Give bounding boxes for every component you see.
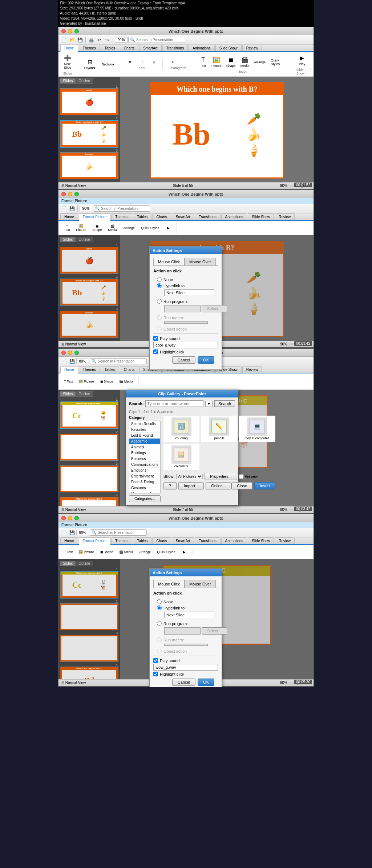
tab-themes-2[interactable]: Themes <box>111 213 132 220</box>
tab-charts-3[interactable]: Charts <box>120 366 138 373</box>
toolbar-icon-new-2[interactable]: 📄 <box>60 205 68 212</box>
tab-review-3[interactable]: Review <box>242 366 262 373</box>
quick-styles-btn[interactable]: Quick Styles <box>268 57 288 67</box>
toolbar-icon-print[interactable]: 🖨️ <box>88 36 95 44</box>
insert-btn[interactable]: Insert <box>254 482 275 489</box>
slide-thumb-bb[interactable]: Which one begins with B? Bb 🥕 🍌 🍦 <box>60 120 118 148</box>
properties-btn[interactable]: Properties... <box>205 473 237 480</box>
rb-picture-4[interactable]: 🖼️ Picture <box>76 549 97 555</box>
rb-text-3[interactable]: T Text <box>61 378 75 385</box>
tab-animations-4[interactable]: Animations <box>221 537 247 544</box>
dialog-tab-mouseover-4[interactable]: Mouse Over <box>185 580 216 588</box>
max-btn-3[interactable] <box>74 351 79 355</box>
main-slide-1[interactable]: Which one begins with B? Bb 🥕 🍌 🍦 <box>150 82 284 179</box>
toolbar-icon-new-4[interactable]: 📄 <box>60 529 68 536</box>
view-normal-4[interactable]: ⊞ Normal View <box>61 681 86 685</box>
sound-dropdown-4[interactable]: wow_g.wav <box>153 664 218 671</box>
show-select[interactable]: All Pictures <box>176 474 203 479</box>
rb-media-4[interactable]: 🎬 Media <box>117 549 136 555</box>
hyperlink-value-4[interactable]: Next Slide <box>164 612 214 618</box>
slide-thumb-dd[interactable]: Which one begins with D Dd <box>60 497 118 506</box>
import-btn[interactable]: Import... <box>178 482 204 489</box>
tab-charts-4[interactable]: Charts <box>152 537 171 544</box>
clip-dropdown-btn[interactable]: ▼ <box>205 401 213 407</box>
clip-category-list[interactable]: Search Results Favorites Lost & Found Ac… <box>129 421 161 493</box>
rb-shape-3[interactable]: ◼ Shape <box>98 378 116 385</box>
cat-communications[interactable]: Communications <box>129 462 160 468</box>
cat-buildings[interactable]: Buildings <box>129 450 160 456</box>
cat-animals[interactable]: Animals <box>129 444 160 450</box>
max-btn-1[interactable] <box>74 29 79 33</box>
tab-themes-3[interactable]: Themes <box>79 366 100 373</box>
slide-thumb-apple[interactable]: apple 🍎 <box>60 88 118 115</box>
toolbar-icon-save-2[interactable]: 💾 <box>68 205 76 212</box>
dialog-close-2[interactable]: ✕ <box>215 248 219 253</box>
tab-tables-1[interactable]: Tables <box>101 45 119 51</box>
clip-item-counting[interactable]: 🔢 counting <box>163 416 199 442</box>
tab-review-1[interactable]: Review <box>242 45 262 51</box>
search-input-2[interactable] <box>101 207 148 211</box>
close-btn-3[interactable] <box>61 351 66 355</box>
tab-slideshow-2[interactable]: Slide Show <box>248 213 274 220</box>
radio-none-2[interactable]: None <box>157 277 214 282</box>
toolbar-icon-open[interactable]: 📂 <box>68 36 76 44</box>
clip-item-calculator[interactable]: 🧮 calculator <box>163 444 199 470</box>
tab-charts-2[interactable]: Charts <box>152 213 171 220</box>
highlight-check-2[interactable]: Highlight click <box>153 349 218 354</box>
cat-lost-found[interactable]: Lost & Found <box>129 433 160 439</box>
min-btn-4[interactable] <box>68 516 72 520</box>
tab-tables-4[interactable]: Tables <box>133 537 151 544</box>
play-sound-check-4[interactable]: Play sound: <box>153 658 218 663</box>
clip-item-pencils[interactable]: ✏️ pencils <box>201 416 237 442</box>
text-btn[interactable]: T Text <box>198 55 209 69</box>
tab-formatpic-2[interactable]: Format Picture <box>79 213 111 221</box>
dialog-tab-mouseclick-2[interactable]: Mouse Click <box>153 258 185 265</box>
radio-runprog-input-2[interactable] <box>157 299 162 304</box>
section-btn[interactable]: Section▾ <box>99 61 117 68</box>
radio-hyperlink-4[interactable]: Hyperlink to: <box>157 605 214 610</box>
cat-academic[interactable]: Academic <box>129 439 160 444</box>
new-slide-btn[interactable]: ➕ New Slide <box>61 53 74 71</box>
tab-slideshow-1[interactable]: Slide Show <box>215 45 242 51</box>
ok-btn-2[interactable]: OK <box>198 356 214 364</box>
clip-search-btn[interactable]: Search <box>214 400 235 407</box>
cat-entertainment[interactable]: Entertainment <box>129 473 160 479</box>
cancel-btn-2[interactable]: Cancel <box>172 356 195 364</box>
underline-btn[interactable]: U <box>149 59 159 65</box>
cat-gestures[interactable]: Gestures <box>129 485 160 491</box>
toolbar-icon-save-3[interactable]: 💾 <box>68 358 76 365</box>
play-sound-check-2[interactable]: Play sound: <box>153 336 218 341</box>
hyperlink-value-2[interactable]: Next Slide <box>164 289 214 296</box>
ok-btn-4[interactable]: OK <box>198 679 214 686</box>
rb-text-2[interactable]: T Text <box>61 223 73 233</box>
align-center-btn[interactable]: ☰ <box>179 59 190 65</box>
zoom-percent-2[interactable]: 90% <box>80 206 92 211</box>
tab-review-4[interactable]: Review <box>275 537 295 544</box>
toolbar-icon-new-3[interactable]: 📄 <box>60 358 68 365</box>
view-normal-3[interactable]: ⊞ Normal View <box>61 508 86 512</box>
tab-home-2[interactable]: Home <box>60 213 78 220</box>
clip-search-input[interactable] <box>145 400 203 407</box>
zoom-percent-3[interactable]: 80% <box>76 359 89 364</box>
slide-thumb-blank-3a[interactable] <box>60 434 118 461</box>
tab-transitions-1[interactable]: Transitions <box>162 45 188 51</box>
tab-slideshow-4[interactable]: Slide Show <box>248 537 274 544</box>
tab-animations-1[interactable]: Animations <box>189 45 214 51</box>
tab-slides-1[interactable]: Slides <box>60 78 76 84</box>
min-btn-2[interactable] <box>68 192 72 196</box>
hyperlink-dropdown-4[interactable]: Next Slide <box>164 612 214 618</box>
view-normal-2[interactable]: ⊞ Normal View <box>61 342 86 346</box>
play-btn[interactable]: ▶ Play <box>296 53 308 67</box>
preview-checkbox[interactable] <box>239 474 244 479</box>
min-btn-1[interactable] <box>68 29 72 33</box>
rb-qs-4[interactable]: Quick Styles <box>154 549 178 555</box>
view-normal-1[interactable]: ⊞ Normal View <box>61 184 86 188</box>
rb-shape-4[interactable]: ◼ Shape <box>98 549 116 555</box>
radio-hyperlink-input-2[interactable] <box>157 283 162 288</box>
radio-hyperlink-input-4[interactable] <box>157 605 162 610</box>
cat-favorites[interactable]: Favorites <box>129 427 160 433</box>
min-btn-3[interactable] <box>68 351 72 355</box>
tab-themes-4[interactable]: Themes <box>111 537 132 544</box>
media-btn[interactable]: 🎬 Media <box>239 55 251 69</box>
max-btn-2[interactable] <box>74 192 79 196</box>
